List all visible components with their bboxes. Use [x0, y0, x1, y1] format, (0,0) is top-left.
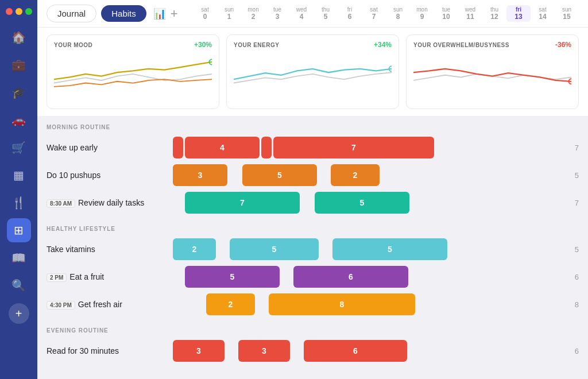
time-badge-air: 4:30 PM [47, 301, 75, 310]
bar-wake-4[interactable]: 7 [273, 137, 434, 158]
energy-chart-header: YOUR ENERGY +34% [234, 41, 392, 49]
bar-pushups-2[interactable]: 5 [242, 164, 317, 186]
habit-row-pushups: Do 10 pushups 3 5 2 5 [47, 163, 579, 188]
habit-name-vitamins: Take vitamins [47, 245, 173, 254]
sidebar-add-button[interactable]: + [9, 303, 29, 324]
habit-name-read: Read for 30 minutes [47, 346, 173, 355]
bar-air-1[interactable]: 2 [206, 293, 255, 315]
bar-read-2[interactable]: 3 [238, 340, 290, 362]
date-col-3[interactable]: tue3 [265, 5, 289, 22]
habit-total-read: 6 [567, 347, 579, 355]
sidebar-item-work[interactable]: 💼 [7, 53, 31, 77]
bar-review-2[interactable]: 5 [315, 192, 409, 214]
habit-row-wake-up: Wake up early 4 7 7 [47, 135, 579, 160]
habit-bars-vitamins: 2 5 5 [173, 238, 564, 260]
date-col-4[interactable]: wed4 [289, 5, 314, 22]
date-col-1[interactable]: sun1 [217, 5, 241, 22]
sidebar-item-books[interactable]: 📖 [7, 246, 31, 270]
date-col-6[interactable]: fri6 [338, 5, 362, 22]
habit-bars-review: 7 5 [173, 192, 564, 214]
habit-row-read: Read for 30 minutes 3 3 6 6 [47, 338, 579, 363]
overwhelm-chart-svg [413, 52, 571, 95]
bar-vitamins-3[interactable]: 5 [332, 238, 447, 260]
section-title-morning: MORNING ROUTINE [47, 116, 579, 135]
habit-total-pushups: 5 [567, 171, 579, 180]
sidebar-item-food[interactable]: 🍴 [7, 191, 31, 215]
date-col-7[interactable]: sat7 [362, 5, 386, 22]
energy-chart-title: YOUR ENERGY [234, 42, 279, 48]
date-col-12[interactable]: thu12 [482, 5, 506, 22]
close-button[interactable] [6, 8, 13, 15]
date-col-13-today[interactable]: fri13 [506, 5, 531, 22]
bar-vitamins-1[interactable]: 2 [173, 238, 216, 260]
mood-chart-card: YOUR MOOD +30% [47, 34, 219, 109]
bar-vitamins-2[interactable]: 5 [230, 238, 319, 260]
sidebar-item-travel[interactable]: 🚗 [7, 108, 31, 132]
date-col-10[interactable]: tue10 [434, 5, 458, 22]
tab-journal[interactable]: Journal [47, 5, 96, 22]
time-badge-fruit: 2 PM [47, 273, 67, 282]
bar-fruit-2[interactable]: 6 [293, 266, 408, 288]
bar-pushups-1[interactable]: 3 [173, 164, 227, 186]
date-col-14[interactable]: sat14 [531, 5, 555, 22]
header: Journal Habits 📊 + sat0 sun1 mon2 tue3 w… [37, 0, 588, 28]
traffic-lights [3, 6, 34, 17]
chart-icon[interactable]: 📊 [153, 7, 166, 20]
habit-total-wake-up: 7 [567, 144, 579, 152]
date-col-2[interactable]: mon2 [241, 5, 265, 22]
sidebar-item-shopping[interactable]: 🛒 [7, 136, 31, 160]
habit-name-fruit: 2 PMEat a fruit [47, 272, 173, 282]
sidebar: 🏠 💼 🎓 🚗 🛒 ▦ 🍴 ⊞ 📖 🔍 + [0, 0, 37, 379]
sidebar-item-dashboard[interactable]: ⊞ [7, 218, 31, 242]
bar-fruit-1[interactable]: 5 [185, 266, 280, 288]
habit-row-vitamins: Take vitamins 2 5 5 5 [47, 237, 579, 262]
mood-chart-badge: +30% [194, 41, 212, 49]
time-badge-review: 8:30 AM [47, 199, 75, 208]
sidebar-item-home[interactable]: 🏠 [7, 25, 31, 49]
maximize-button[interactable] [25, 8, 32, 15]
habit-bars-air: 2 8 [173, 293, 564, 315]
bar-review-1[interactable]: 7 [185, 192, 300, 214]
habit-bars-pushups: 3 5 2 [173, 164, 564, 186]
bar-wake-1[interactable] [173, 137, 183, 158]
sidebar-item-grid[interactable]: ▦ [7, 163, 31, 187]
overwhelm-chart-card: YOUR OVERWHELM/BUSYNESS -36% [406, 34, 579, 109]
tab-habits[interactable]: Habits [101, 5, 146, 22]
habit-total-review: 7 [567, 199, 579, 207]
minimize-button[interactable] [16, 8, 22, 15]
bar-read-1[interactable]: 3 [173, 340, 225, 362]
sidebar-item-search[interactable]: 🔍 [7, 273, 31, 297]
energy-chart-svg [234, 52, 392, 95]
date-col-15[interactable]: sun15 [555, 5, 579, 22]
bar-read-3[interactable]: 6 [304, 340, 407, 362]
overwhelm-chart-badge: -36% [555, 41, 571, 49]
habit-total-air: 8 [567, 300, 579, 309]
main-content: Journal Habits 📊 + sat0 sun1 mon2 tue3 w… [37, 0, 588, 379]
habit-name-air: 4:30 PMGet fresh air [47, 300, 173, 310]
sidebar-item-education[interactable]: 🎓 [7, 80, 31, 105]
bar-wake-3[interactable] [261, 137, 272, 158]
overwhelm-chart-header: YOUR OVERWHELM/BUSYNESS -36% [413, 41, 571, 49]
energy-chart-badge: +34% [374, 41, 392, 49]
add-habit-button[interactable]: + [171, 6, 178, 21]
date-col-5[interactable]: thu5 [314, 5, 338, 22]
section-title-evening: EVENING ROUTINE [47, 319, 579, 338]
mood-chart-svg [54, 52, 212, 95]
mood-chart-header: YOUR MOOD +30% [54, 41, 212, 49]
bar-air-2[interactable]: 8 [269, 293, 415, 315]
habit-row-review: 8:30 AMReview daily tasks 7 5 7 [47, 190, 579, 215]
habit-name-review: 8:30 AMReview daily tasks [47, 198, 173, 208]
habit-bars-fruit: 5 6 [173, 266, 564, 288]
habit-total-vitamins: 5 [567, 245, 579, 254]
bar-pushups-3[interactable]: 2 [331, 164, 380, 186]
section-title-healthy: HEALTHY LIFESTYLE [47, 218, 579, 237]
habit-name-pushups: Do 10 pushups [47, 171, 173, 180]
bar-wake-2[interactable]: 4 [185, 137, 260, 158]
date-col-8[interactable]: sun8 [386, 5, 410, 22]
overwhelm-chart-title: YOUR OVERWHELM/BUSYNESS [413, 42, 509, 48]
habit-total-fruit: 6 [567, 273, 579, 281]
date-col-11[interactable]: wed11 [458, 5, 482, 22]
date-col-9[interactable]: mon9 [410, 5, 434, 22]
date-bar: sat0 sun1 mon2 tue3 wed4 thu5 fri6 sat7 … [193, 5, 579, 22]
date-col-0[interactable]: sat0 [193, 5, 217, 22]
